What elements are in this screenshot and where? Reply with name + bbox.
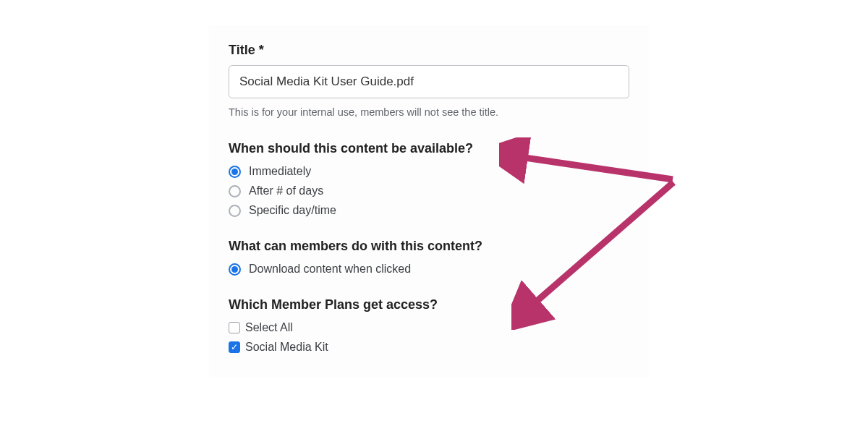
availability-heading: When should this content be available? [229, 141, 629, 156]
title-label: Title * [229, 43, 629, 58]
radio-label: Specific day/time [249, 204, 336, 217]
radio-icon [229, 263, 241, 276]
radio-icon [229, 166, 241, 178]
availability-option-immediately[interactable]: Immediately [229, 165, 629, 178]
radio-label: Immediately [249, 165, 311, 178]
plan-checkbox-select-all[interactable]: Select All [229, 321, 629, 334]
plans-heading: Which Member Plans get access? [229, 297, 629, 312]
actions-heading: What can members do with this content? [229, 239, 629, 254]
checkbox-label: Select All [245, 321, 293, 334]
radio-icon [229, 205, 241, 217]
action-option-download[interactable]: Download content when clicked [229, 263, 629, 276]
checkbox-icon [229, 322, 240, 333]
availability-option-after-days[interactable]: After # of days [229, 184, 629, 197]
radio-icon [229, 185, 241, 197]
title-input[interactable] [229, 65, 629, 98]
title-helper: This is for your internal use, members w… [229, 106, 629, 118]
radio-label: After # of days [249, 184, 323, 197]
content-settings-form: Title * This is for your internal use, m… [208, 25, 650, 378]
radio-label: Download content when clicked [249, 263, 411, 276]
checkbox-label: Social Media Kit [245, 341, 328, 354]
plan-checkbox-social-media-kit[interactable]: ✓ Social Media Kit [229, 341, 629, 354]
checkbox-icon: ✓ [229, 341, 240, 353]
availability-option-specific[interactable]: Specific day/time [229, 204, 629, 217]
